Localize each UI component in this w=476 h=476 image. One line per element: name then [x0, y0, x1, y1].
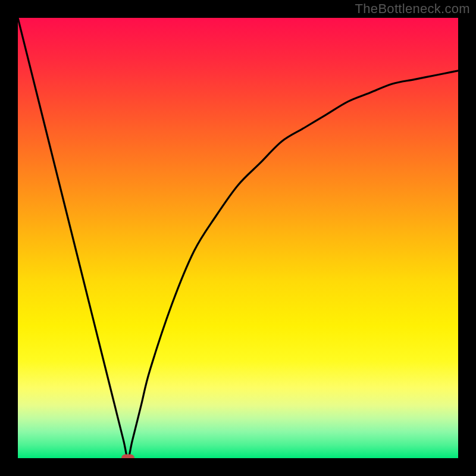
watermark-text: TheBottleneck.com — [355, 1, 470, 17]
curve-svg — [18, 18, 458, 458]
bottleneck-curve — [18, 18, 458, 458]
plot-area — [18, 18, 458, 458]
optimum-marker — [121, 455, 134, 459]
chart-frame: TheBottleneck.com — [0, 0, 476, 476]
